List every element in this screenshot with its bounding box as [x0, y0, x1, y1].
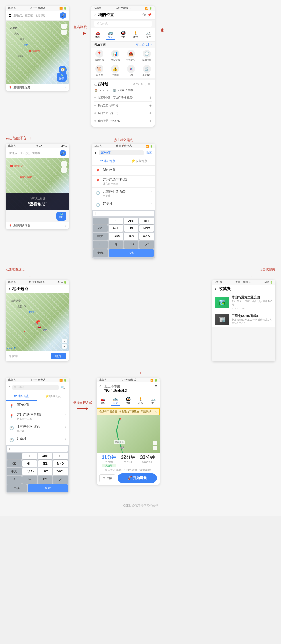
key7-def[interactable]: DEF: [53, 453, 68, 459]
nav-icons-8[interactable]: ↕ ≡: [152, 384, 157, 388]
fav-item-1[interactable]: 🏞️ 秀山岛滑泥主题公园 浙江省舟山市岱山县后沙乡道路105号 23Y,7.31…: [212, 293, 275, 312]
icon-以前地点[interactable]: 🕐 以前地点: [141, 50, 153, 61]
map-area-3[interactable]: + − 🔴 绿色百货 国家大医院 你可以这样说 "查看帮助": [6, 158, 69, 210]
plan-clear[interactable]: 清空计划: [133, 82, 143, 86]
key-backspace[interactable]: ⌫: [93, 225, 108, 232]
plus-2[interactable]: +: [149, 103, 152, 108]
back-icon-4[interactable]: ‹: [95, 150, 96, 155]
mode-car-8[interactable]: 🚗驾车: [99, 396, 107, 406]
my-location-7[interactable]: 📍 我的位置: [6, 401, 69, 411]
my-location-4[interactable]: 📍 我的位置: [92, 166, 155, 176]
key7-sym[interactable]: 符: [22, 476, 37, 484]
route-opt-1[interactable]: 31分钟 25.3公里 无拥堵: [102, 455, 116, 467]
back-icon-5[interactable]: ‹: [9, 286, 10, 291]
key7-mno[interactable]: MNO: [53, 460, 68, 467]
plan-share[interactable]: 分享 ›: [145, 82, 152, 86]
tab-fav-7[interactable]: ⭐ 收藏选点: [37, 392, 69, 401]
tab-map-point-4[interactable]: 🗺 地图选点: [92, 157, 124, 165]
key7-ghi[interactable]: GHI: [22, 460, 37, 467]
back-icon-8[interactable]: ‹: [99, 384, 101, 389]
btn-go-8[interactable]: 🚀 开始导航: [118, 473, 157, 483]
plus-1[interactable]: +: [149, 95, 152, 100]
select-marker[interactable]: 📌: [34, 319, 40, 325]
mode-bike-2[interactable]: 🚲骑行: [144, 30, 153, 40]
nav-bar-6[interactable]: ‹ 收藏夹: [212, 285, 275, 293]
route-map-8[interactable]: 📍 🏁 定位先生 + −: [97, 415, 160, 453]
key7-123[interactable]: 123: [38, 476, 53, 484]
back-icon-2[interactable]: ‹: [94, 12, 96, 18]
key7-mic[interactable]: 🎤: [53, 476, 68, 484]
search-box-4[interactable]: 我的位置: [99, 150, 144, 155]
back-icon-7[interactable]: ‹: [9, 385, 10, 390]
loc-item-7-2[interactable]: 🕐 北三环中路-源途 南处处 ›: [6, 423, 69, 435]
confirm-btn-5[interactable]: 确定: [51, 353, 66, 359]
key7-tuv[interactable]: TUV: [38, 468, 53, 475]
keyboard-input-7[interactable]: |: [7, 446, 68, 452]
plan-item-2[interactable]: 我的位置 - 好华村 +: [94, 102, 152, 109]
zoom-out-8[interactable]: −: [153, 446, 157, 450]
key7-empty[interactable]: [7, 453, 22, 459]
key7-bs[interactable]: ⌫: [7, 460, 22, 467]
key-123[interactable]: 123: [124, 241, 139, 248]
loc-item-7-3[interactable]: 🕐 好华村 ›: [6, 435, 69, 445]
key-ghi[interactable]: GHI: [109, 225, 123, 232]
icon-分享定位[interactable]: 📤 分享定位: [125, 50, 137, 61]
key-mic[interactable]: 🎤: [139, 241, 154, 248]
mode-bike-8[interactable]: 🚲骑行: [149, 396, 158, 406]
key-cn-en[interactable]: 中/英: [93, 249, 108, 257]
zoom-in-1[interactable]: +: [61, 24, 67, 29]
mode-metro-2[interactable]: 🚇地铁: [119, 30, 127, 40]
zoom-out-3[interactable]: −: [61, 167, 67, 173]
mode-car-2[interactable]: 🚗驾车: [94, 30, 102, 40]
zoom-out-5[interactable]: −: [62, 344, 67, 349]
mode-walk-8[interactable]: 🚶步行: [137, 396, 145, 406]
nav-bar-5[interactable]: ‹ 地图选点: [6, 285, 69, 293]
fav-item-2[interactable]: 🏢 三里屯SOHO商场1 北京市朝阳区工人社区后佐园东8号 20Y,6.03.1…: [212, 312, 275, 327]
key-pqrs[interactable]: PQRS: [109, 233, 123, 240]
key-abc[interactable]: ABC: [124, 218, 139, 224]
route-opt-2[interactable]: 32分钟 26.3公里: [121, 455, 135, 467]
icon-买来我出[interactable]: 🛒 买来我出: [141, 65, 153, 77]
key7-0[interactable]: 0: [7, 476, 22, 484]
plus-3[interactable]: +: [149, 111, 152, 115]
tab-map-7[interactable]: 🗺 地图选点: [6, 392, 37, 401]
input-bar-2[interactable]: 输入终点: [91, 20, 155, 28]
mode-walk-2[interactable]: 🚶步行: [132, 30, 140, 40]
key-jkl[interactable]: JKL: [124, 225, 139, 232]
icon-电子狗[interactable]: 🐕 电子狗: [94, 65, 105, 77]
mic-icon-1[interactable]: 🎤: [60, 12, 66, 19]
warning-close-8[interactable]: ✕: [155, 410, 157, 413]
key7-cn-en[interactable]: 中/英: [7, 484, 27, 492]
loc-item-2[interactable]: 🕐 北三环中路-源途 南处处 ›: [92, 188, 155, 200]
key7-abc[interactable]: ABC: [38, 453, 53, 459]
key7-1[interactable]: 1: [22, 453, 37, 459]
key7-search[interactable]: 搜索: [28, 484, 68, 492]
nav-bar-3[interactable]: 搜地点、查公交、找路线 🎤: [6, 148, 69, 158]
nav-bar-4[interactable]: ‹ 我的位置 搜索: [92, 148, 155, 157]
menu-icon-1[interactable]: ☰: [9, 14, 11, 18]
zoom-in-3[interactable]: +: [61, 161, 67, 167]
key-def[interactable]: DEF: [139, 218, 154, 224]
plan-item-4[interactable]: 我的位置 - 共4.6KM +: [94, 117, 152, 125]
discover-bar-1[interactable]: 📍 发现周边服务 ›: [6, 84, 69, 91]
key7-jkl[interactable]: JKL: [38, 460, 53, 467]
key7-pqrs[interactable]: PQRS: [22, 468, 37, 475]
key-0[interactable]: 0: [93, 241, 108, 248]
discover-bar-3[interactable]: 📍 发现周边服务 ›: [6, 222, 69, 229]
key7-wxyz[interactable]: WXYZ: [53, 468, 68, 475]
icon-注意牌[interactable]: ⚠️ 注意牌: [109, 65, 121, 77]
mode-bus-8[interactable]: 🚌公交: [111, 396, 120, 406]
route-fab-3[interactable]: 🗺️路线: [56, 212, 66, 221]
mic-icon-3[interactable]: 🎤: [60, 150, 66, 156]
zoom-in-5[interactable]: +: [62, 339, 67, 343]
plan-item-3[interactable]: 我的位置 - 烈山门 +: [94, 109, 152, 117]
icon-7[interactable]: 🔍: [60, 384, 66, 390]
add-vehicle-2[interactable]: 添加车辆 车主分: 15 >: [91, 42, 155, 48]
plan-item-1[interactable]: 北三环中路 - 万达广场(丰科店) +: [94, 94, 152, 102]
route-fab-1[interactable]: 🗺️ 路线: [57, 73, 67, 82]
key-search[interactable]: 搜索: [109, 249, 154, 257]
search-box-7[interactable]: 输入终点: [12, 385, 59, 390]
icon-卡别[interactable]: 🃏 卡别: [125, 65, 137, 77]
nav-bar-1[interactable]: ☰ 搜地点、查公交、找路线 🎤: [6, 11, 69, 21]
nav-bar-2[interactable]: ‹ 我的位置 🗺 📌: [91, 11, 155, 20]
